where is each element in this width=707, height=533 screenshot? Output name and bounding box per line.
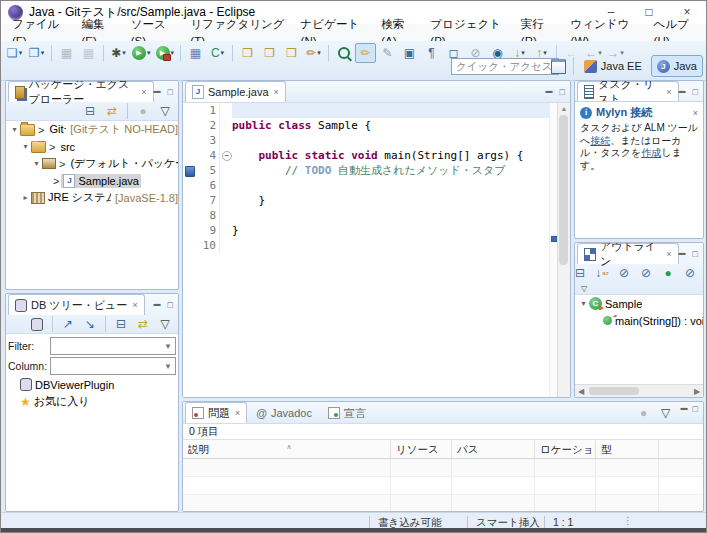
hscrollbar-thumb[interactable] <box>589 387 639 395</box>
maximize-view-icon[interactable]: □ <box>168 87 173 97</box>
hide-non-public-members-button[interactable]: ● <box>658 264 678 282</box>
tree-item-sample-java[interactable]: >JSample.java <box>6 172 178 189</box>
scrollbar-thumb[interactable] <box>559 115 568 265</box>
task-list-tab[interactable]: タスク・リスト × <box>577 81 679 102</box>
external-annotations-button[interactable]: ✎ <box>377 43 398 63</box>
quick-access-input[interactable]: クイック・アクセス <box>451 58 559 75</box>
hide-static-members-button[interactable]: ⊘ <box>636 264 656 282</box>
outline-item-main[interactable]: smain(String[]) : void <box>575 312 703 329</box>
mylyn-connect-link[interactable]: 接続 <box>590 135 610 146</box>
code-text[interactable]: public class Sample { <box>232 118 550 133</box>
close-tab-icon[interactable]: × <box>666 87 671 97</box>
expander-expanded-icon[interactable]: ▾ <box>9 125 20 134</box>
new-java-project-button[interactable]: ▦ <box>185 43 206 63</box>
expander-expanded-icon[interactable]: ▾ <box>578 299 589 308</box>
column-combo[interactable]: ▼ <box>50 357 176 375</box>
new-java-element-button[interactable]: ❐▾ <box>26 43 47 63</box>
view-menu-button[interactable]: ▽ <box>656 404 676 422</box>
collapse-all-button[interactable]: ⊟ <box>111 315 131 333</box>
tab-declaration[interactable]: 宣言 <box>321 402 373 423</box>
code-line[interactable]: 5 // TODO 自動生成されたメソッド・スタブ <box>183 163 550 178</box>
code-text[interactable]: public static void main(String[] args) { <box>232 148 550 163</box>
code-text[interactable] <box>232 208 550 223</box>
code-line[interactable]: 9} <box>183 223 550 238</box>
perspective-java-ee-button[interactable]: Java EE <box>578 55 648 77</box>
collapse-all-button[interactable]: ⊟ <box>574 264 590 282</box>
column-header-3[interactable]: ロケーション <box>535 440 596 458</box>
run-button[interactable]: ▶▾ <box>130 43 153 63</box>
code-line[interactable]: 4− public static void main(String[] args… <box>183 148 550 163</box>
export-config-button[interactable]: ↘ <box>80 315 100 333</box>
outline-item-sample[interactable]: ▾CSample <box>575 295 703 312</box>
code-line[interactable]: 6 <box>183 178 550 193</box>
expander-expanded-icon[interactable]: ▾ <box>31 159 42 168</box>
focus-on-active-task-button[interactable]: ● <box>133 102 153 120</box>
filter-combo[interactable]: ▼ <box>50 337 176 355</box>
db-item-dbviewerplugin[interactable]: DBViewerPlugin <box>6 376 178 393</box>
minimize-view-icon[interactable]: ▬ <box>679 87 686 97</box>
column-header-1[interactable]: リソース <box>391 440 452 458</box>
tree-item-gittest[interactable]: ▾>Gitテスト[Gitテスト NO-HEAD] <box>6 121 178 138</box>
close-tab-icon[interactable]: × <box>132 300 137 310</box>
code-line[interactable]: 2public class Sample { <box>183 118 550 133</box>
link-with-editor-button[interactable]: ⇄ <box>102 102 122 120</box>
scroll-right-icon[interactable]: ▶ <box>691 387 703 396</box>
open-resource-button[interactable]: ❒ <box>281 43 302 63</box>
refresh-button[interactable]: ⇄ <box>133 315 153 333</box>
tree-item-src[interactable]: ▾>src <box>6 138 178 155</box>
minimize-view-icon[interactable]: ▬ <box>154 87 161 97</box>
code-text[interactable]: } <box>232 193 550 208</box>
open-type-button[interactable]: ❒ <box>237 43 258 63</box>
column-header-0[interactable]: 説明∧ <box>183 440 391 458</box>
code-line[interactable]: 3 <box>183 133 550 148</box>
maximize-view-icon[interactable]: □ <box>560 87 565 97</box>
task-marker-icon[interactable] <box>185 166 195 177</box>
scroll-left-icon[interactable]: ◀ <box>575 387 587 396</box>
view-menu-button[interactable]: ▽ <box>155 102 175 120</box>
column-header-4[interactable]: 型 <box>596 440 659 458</box>
hide-local-types-button[interactable]: ⊘ <box>680 264 700 282</box>
code-line[interactable]: 7 } <box>183 193 550 208</box>
hide-fields-button[interactable]: ⊘ <box>614 264 634 282</box>
close-tab-icon[interactable]: × <box>274 87 279 97</box>
mylyn-create-link[interactable]: 作成 <box>641 147 661 158</box>
maximize-view-icon[interactable]: □ <box>693 404 698 422</box>
maximize-view-icon[interactable]: □ <box>168 300 173 310</box>
import-config-button[interactable]: ↗ <box>58 315 78 333</box>
checkout-button[interactable]: C▾ <box>207 43 228 63</box>
code-text[interactable]: } <box>232 223 550 238</box>
db-item-favorites[interactable]: ★お気に入り <box>6 393 178 410</box>
tab-javadoc[interactable]: @ Javadoc <box>249 402 319 423</box>
tree-item-jre-library[interactable]: ▸JRE システム・ライブラリー[JavaSE-1.8] <box>6 189 178 206</box>
debug-button[interactable]: ✱▾ <box>108 43 129 63</box>
code-line[interactable]: 10 <box>183 238 550 253</box>
open-package-button[interactable]: ❒ <box>259 43 280 63</box>
sort-button[interactable]: ↓az <box>592 264 612 282</box>
save-button[interactable]: ▦ <box>56 43 77 63</box>
editor-body[interactable]: 12public class Sample {34− public static… <box>183 103 570 398</box>
close-tab-icon[interactable]: × <box>666 249 671 259</box>
new-wizard-button[interactable]: ❏▾ <box>4 43 25 63</box>
db-view-tab[interactable]: DB ツリー・ビュー × <box>8 294 145 315</box>
close-tab-icon[interactable]: × <box>141 87 146 97</box>
close-tab-icon[interactable]: × <box>235 408 240 418</box>
show-selected-element-button[interactable]: ▣ <box>399 43 420 63</box>
scroll-up-icon[interactable]: ▲ <box>558 103 570 115</box>
code-text[interactable] <box>232 133 550 148</box>
save-all-button[interactable]: ▦ <box>78 43 99 63</box>
run-external-tools-button[interactable]: ▶▾ <box>154 43 177 63</box>
view-menu-button[interactable]: ▽ <box>155 315 175 333</box>
focus-button[interactable]: ● <box>634 404 654 422</box>
column-header-2[interactable]: パス <box>452 440 535 458</box>
table-row[interactable] <box>183 477 703 495</box>
add-db-button[interactable] <box>27 315 47 333</box>
editor-tab-sample-java[interactable]: J Sample.java × <box>185 81 286 102</box>
toolbar-overflow-chevron[interactable]: ▽ <box>575 282 703 294</box>
minimize-view-icon[interactable]: ▬ <box>154 300 161 310</box>
mylyn-close-icon[interactable]: × <box>693 108 698 118</box>
tree-item-default-package[interactable]: ▾>(デフォルト・パッケージ) <box>6 155 178 172</box>
minimize-view-icon[interactable]: ▬ <box>546 87 553 97</box>
minimize-view-icon[interactable]: ▬ <box>679 249 686 259</box>
package-explorer-tab[interactable]: パッケージ・エクスプローラー × <box>8 81 154 102</box>
open-perspective-button[interactable] <box>548 56 569 76</box>
